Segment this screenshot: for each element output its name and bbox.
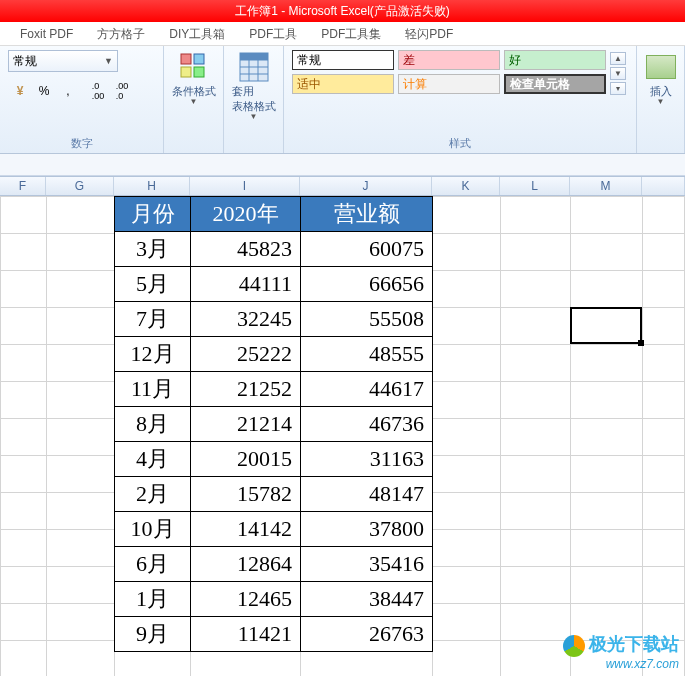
conditional-format-group: 条件格式 ▼ [164, 46, 224, 153]
column-header-L[interactable]: L [500, 177, 570, 195]
data-table[interactable]: 月份2020年营业额3月45823600755月44111666567月3224… [114, 196, 433, 652]
cell[interactable]: 14142 [191, 512, 301, 547]
insert-button[interactable]: 插入 ▼ [639, 50, 683, 106]
column-header-J[interactable]: J [300, 177, 432, 195]
style-bad[interactable]: 差 [398, 50, 500, 70]
svg-rect-0 [181, 54, 191, 64]
table-header[interactable]: 2020年 [191, 197, 301, 232]
cell[interactable]: 9月 [115, 617, 191, 652]
cell[interactable]: 11421 [191, 617, 301, 652]
ribbon-tab-3[interactable]: PDF工具 [237, 22, 309, 46]
table-row[interactable]: 12月2522248555 [115, 337, 433, 372]
ribbon-tab-0[interactable]: Foxit PDF [8, 22, 85, 46]
cell[interactable]: 8月 [115, 407, 191, 442]
formula-bar[interactable] [0, 154, 685, 176]
style-check-cell[interactable]: 检查单元格 [504, 74, 606, 94]
cell[interactable]: 15782 [191, 477, 301, 512]
cell[interactable]: 12465 [191, 582, 301, 617]
cell[interactable]: 12月 [115, 337, 191, 372]
cell[interactable]: 48555 [301, 337, 433, 372]
cell[interactable]: 44111 [191, 267, 301, 302]
column-header-H[interactable]: H [114, 177, 190, 195]
number-group: 常规 ▼ ¥ % , .0.00 .00.0 数字 [0, 46, 164, 153]
style-scroll-up-button[interactable]: ▲ [610, 52, 626, 65]
ribbon-tab-1[interactable]: 方方格子 [85, 22, 157, 46]
table-row[interactable]: 4月2001531163 [115, 442, 433, 477]
cell[interactable]: 25222 [191, 337, 301, 372]
svg-rect-10 [240, 53, 268, 60]
cell[interactable]: 3月 [115, 232, 191, 267]
table-row[interactable]: 1月1246538447 [115, 582, 433, 617]
cell[interactable]: 10月 [115, 512, 191, 547]
cell[interactable]: 12864 [191, 547, 301, 582]
column-header-M[interactable]: M [570, 177, 642, 195]
table-header[interactable]: 营业额 [301, 197, 433, 232]
increase-decimal-button[interactable]: .0.00 [86, 80, 110, 102]
table-format-button[interactable]: 套用 表格格式 ▼ [232, 50, 276, 121]
table-row[interactable]: 5月4411166656 [115, 267, 433, 302]
column-header-K[interactable]: K [432, 177, 500, 195]
table-row[interactable]: 3月4582360075 [115, 232, 433, 267]
table-row[interactable]: 8月2121446736 [115, 407, 433, 442]
column-header-G[interactable]: G [46, 177, 114, 195]
ribbon-tab-2[interactable]: DIY工具箱 [157, 22, 237, 46]
ribbon-tabs: Foxit PDF方方格子DIY工具箱PDF工具PDF工具集轻闪PDF [0, 22, 685, 46]
number-format-select[interactable]: 常规 ▼ [8, 50, 118, 72]
cell[interactable]: 7月 [115, 302, 191, 337]
styles-group-label: 样式 [292, 136, 628, 151]
ribbon-tab-4[interactable]: PDF工具集 [309, 22, 393, 46]
cell[interactable]: 66656 [301, 267, 433, 302]
style-neutral[interactable]: 适中 [292, 74, 394, 94]
cell[interactable]: 20015 [191, 442, 301, 477]
table-row[interactable]: 6月1286435416 [115, 547, 433, 582]
cell[interactable]: 31163 [301, 442, 433, 477]
decrease-decimal-button[interactable]: .00.0 [110, 80, 134, 102]
cell[interactable]: 2月 [115, 477, 191, 512]
number-group-label: 数字 [8, 136, 155, 151]
column-header-I[interactable]: I [190, 177, 300, 195]
cell[interactable]: 55508 [301, 302, 433, 337]
cell[interactable]: 5月 [115, 267, 191, 302]
column-header-end[interactable] [642, 177, 685, 195]
style-normal[interactable]: 常规 [292, 50, 394, 70]
style-good[interactable]: 好 [504, 50, 606, 70]
style-gallery-scroll: ▲ ▼ ▾ [610, 50, 628, 95]
cell[interactable]: 11月 [115, 372, 191, 407]
cell[interactable]: 35416 [301, 547, 433, 582]
number-format-value: 常规 [13, 53, 37, 70]
table-row[interactable]: 9月1142126763 [115, 617, 433, 652]
cell[interactable]: 48147 [301, 477, 433, 512]
cell[interactable]: 1月 [115, 582, 191, 617]
table-row[interactable]: 7月3224555508 [115, 302, 433, 337]
cell[interactable]: 60075 [301, 232, 433, 267]
cell[interactable]: 32245 [191, 302, 301, 337]
currency-button[interactable]: ¥ [8, 80, 32, 102]
cell[interactable]: 37800 [301, 512, 433, 547]
cell[interactable]: 21214 [191, 407, 301, 442]
cell[interactable]: 6月 [115, 547, 191, 582]
percent-button[interactable]: % [32, 80, 56, 102]
cell[interactable]: 21252 [191, 372, 301, 407]
cell[interactable]: 45823 [191, 232, 301, 267]
spreadsheet-grid[interactable]: FGHIJKLM 月份2020年营业额3月45823600755月4411166… [0, 176, 685, 677]
cell[interactable]: 38447 [301, 582, 433, 617]
conditional-format-button[interactable]: 条件格式 ▼ [172, 50, 216, 106]
svg-rect-1 [194, 54, 204, 64]
table-row[interactable]: 2月1578248147 [115, 477, 433, 512]
table-header[interactable]: 月份 [115, 197, 191, 232]
cells-area[interactable]: 月份2020年营业额3月45823600755月44111666567月3224… [0, 196, 685, 676]
column-header-F[interactable]: F [0, 177, 46, 195]
cell[interactable]: 44617 [301, 372, 433, 407]
cell[interactable]: 26763 [301, 617, 433, 652]
cell[interactable]: 46736 [301, 407, 433, 442]
ribbon: 常规 ▼ ¥ % , .0.00 .00.0 数字 [0, 46, 685, 154]
table-row[interactable]: 11月2125244617 [115, 372, 433, 407]
style-scroll-down-button[interactable]: ▼ [610, 67, 626, 80]
style-gallery-more-button[interactable]: ▾ [610, 82, 626, 95]
ribbon-tab-5[interactable]: 轻闪PDF [393, 22, 465, 46]
table-row[interactable]: 10月1414237800 [115, 512, 433, 547]
chevron-down-icon: ▼ [104, 56, 113, 66]
style-calc[interactable]: 计算 [398, 74, 500, 94]
comma-button[interactable]: , [56, 80, 80, 102]
cell[interactable]: 4月 [115, 442, 191, 477]
